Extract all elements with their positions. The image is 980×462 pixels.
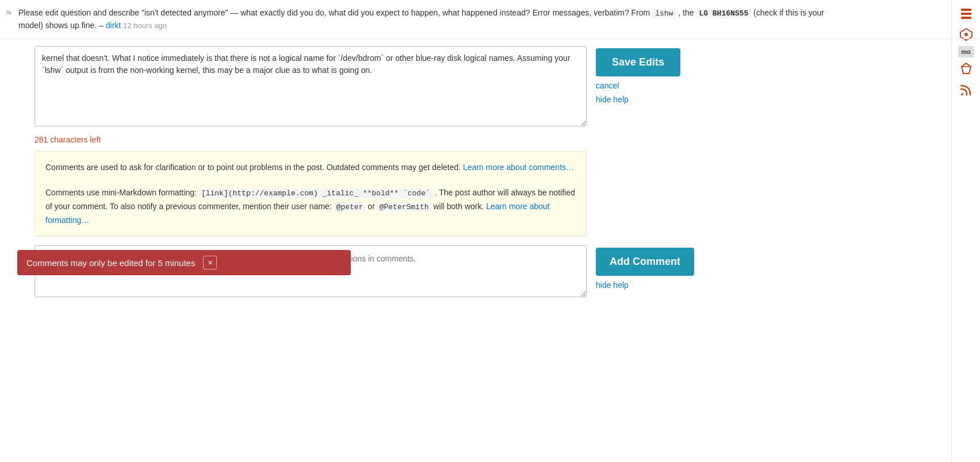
- top-comment: ⚑ Please edit question and describe "isn…: [0, 0, 980, 39]
- help-code-petersmith: @PeterSmith: [377, 202, 431, 212]
- help-line2: Comments use mini-Markdown formatting: […: [45, 186, 576, 226]
- hide-help-comment-link[interactable]: hide help: [596, 280, 694, 290]
- save-edits-button[interactable]: Save Edits: [596, 48, 680, 76]
- add-comment-sidebar: Add Comment hide help: [596, 245, 694, 290]
- learn-more-comments-link[interactable]: Learn more about comments…: [463, 163, 574, 172]
- add-comment-button[interactable]: Add Comment: [596, 248, 694, 276]
- help-code-example: [link](http://example.com) _italic_ **bo…: [199, 188, 432, 198]
- chars-left: 281 characters left: [17, 133, 980, 151]
- comment-area-wrapper: Comments may only be edited for 5 minute…: [17, 245, 980, 297]
- flag-icon[interactable]: ⚑: [5, 8, 13, 19]
- help-box: Comments are used to ask for clarificati…: [35, 151, 587, 237]
- hide-help-edit-link[interactable]: hide help: [596, 95, 680, 104]
- main-content: kernel that doesn't. What I notice immed…: [0, 39, 980, 298]
- edit-sidebar-actions: Save Edits cancel hide help: [596, 46, 680, 104]
- alert-message: Comments may only be edited for 5 minute…: [26, 258, 195, 268]
- author-link[interactable]: dirkt: [106, 21, 121, 30]
- help-code-peter: @peter: [334, 202, 366, 212]
- code-lshw: lshw: [652, 9, 676, 18]
- top-comment-text: Please edit question and describe "isn't…: [18, 7, 841, 32]
- cancel-link[interactable]: cancel: [596, 81, 680, 90]
- time-ago-text: 12 hours ago: [123, 21, 167, 30]
- edit-area-wrapper: kernel that doesn't. What I notice immed…: [17, 39, 980, 133]
- edit-textarea[interactable]: kernel that doesn't. What I notice immed…: [35, 46, 587, 126]
- alert-close-button[interactable]: ×: [203, 256, 217, 270]
- comment-text-middle: , the: [678, 8, 696, 17]
- comment-text-before: Please edit question and describe "isn't…: [18, 8, 650, 17]
- help-line1: Comments are used to ask for clarificati…: [45, 161, 576, 174]
- page-wrapper: mo ⚑ Please edit question and describe "…: [0, 0, 980, 462]
- edit-textarea-wrapper: kernel that doesn't. What I notice immed…: [35, 46, 587, 128]
- alert-banner: Comments may only be edited for 5 minute…: [17, 250, 351, 275]
- code-lg: LG BH16NS55: [696, 9, 751, 18]
